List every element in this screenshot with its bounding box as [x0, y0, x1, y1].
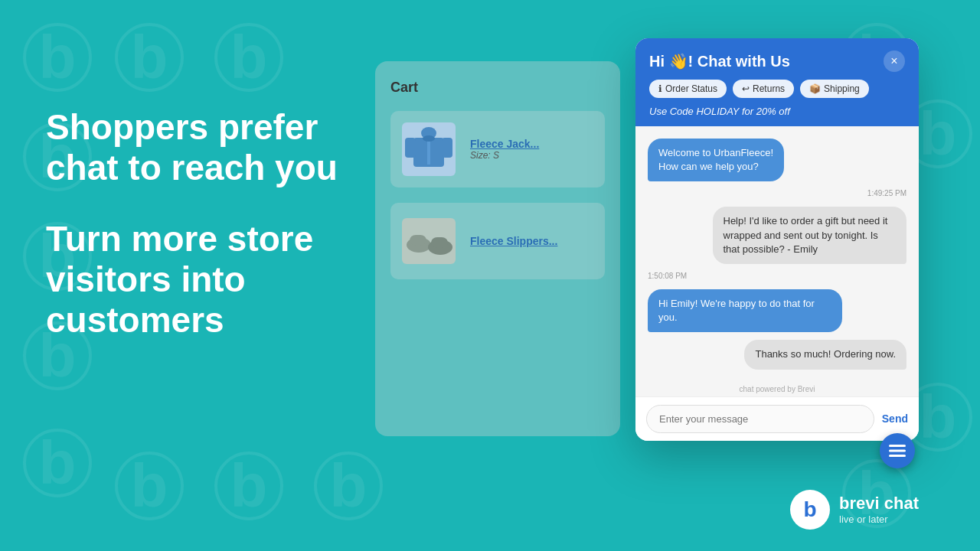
- bg-icon: b: [115, 452, 184, 520]
- bg-icon: b: [23, 429, 92, 497]
- agent-message: Hi Emily! We're happy to do that for you…: [648, 289, 842, 332]
- user-message-final: Thanks so much! Ordering now.: [744, 340, 906, 369]
- chat-nav-buttons: ℹ Order Status ↩ Returns 📦 Shipping: [649, 80, 905, 98]
- returns-label: Returns: [753, 83, 785, 94]
- message-timestamp: 1:49:25 PM: [648, 189, 906, 197]
- brevi-sub: live or later: [839, 514, 919, 525]
- chat-title: Hi 👋! Chat with Us: [649, 52, 790, 70]
- shipping-button[interactable]: 📦 Shipping: [800, 80, 869, 98]
- svg-rect-3: [427, 138, 430, 165]
- powered-by-label: chat powered by Brevi: [635, 382, 919, 396]
- svg-rect-9: [410, 235, 426, 246]
- cart-item-info: Fleece Jack... Size: S: [470, 138, 597, 161]
- left-section: Shoppers prefer chat to reach you Turn m…: [46, 107, 368, 340]
- cart-item-image: [398, 210, 459, 272]
- chat-header-top: Hi 👋! Chat with Us ×: [649, 51, 905, 72]
- chat-close-button[interactable]: ×: [884, 51, 905, 72]
- bg-icon: b: [115, 23, 184, 92]
- order-status-button[interactable]: ℹ Order Status: [649, 80, 727, 98]
- cart-item-name: Fleece Slippers...: [470, 235, 597, 247]
- brevi-logo: b brevi chat live or later: [790, 490, 919, 530]
- cart-title: Cart: [390, 80, 605, 96]
- returns-icon: ↩: [742, 83, 750, 94]
- chat-promo-text: Use Code HOLIDAY for 20% off: [649, 106, 905, 117]
- bg-icon: b: [23, 23, 92, 92]
- returns-button[interactable]: ↩ Returns: [733, 80, 794, 98]
- svg-rect-12: [889, 445, 906, 447]
- bg-icon: b: [214, 23, 283, 92]
- brevi-icon: b: [790, 490, 830, 530]
- chat-header: Hi 👋! Chat with Us × ℹ Order Status ↩ Re…: [635, 38, 919, 126]
- order-status-label: Order Status: [665, 83, 717, 94]
- cart-item-size: Size: S: [470, 150, 597, 161]
- svg-point-6: [423, 135, 435, 142]
- svg-rect-4: [405, 138, 416, 158]
- svg-rect-14: [889, 455, 906, 457]
- cart-panel: Cart Fleece Jack... Size:: [375, 61, 620, 436]
- shipping-label: Shipping: [824, 83, 860, 94]
- bot-message: Welcome to UrbanFleece!How can we help y…: [648, 139, 784, 181]
- brevi-text-block: brevi chat live or later: [839, 495, 919, 525]
- brevi-name: brevi chat: [839, 495, 919, 512]
- bg-icon: b: [214, 452, 283, 520]
- cart-item-info: Fleece Slippers...: [470, 235, 597, 247]
- info-icon: ℹ: [658, 83, 662, 94]
- send-button[interactable]: Send: [882, 412, 908, 425]
- floating-chat-button[interactable]: [880, 433, 915, 468]
- chat-widget: Hi 👋! Chat with Us × ℹ Order Status ↩ Re…: [635, 38, 919, 441]
- chat-message-input[interactable]: [646, 405, 874, 433]
- cart-item-name: Fleece Jack...: [470, 138, 597, 150]
- svg-rect-13: [889, 450, 906, 452]
- chat-input-area: Send: [635, 396, 919, 441]
- svg-rect-5: [442, 138, 452, 158]
- close-icon: ×: [890, 54, 897, 68]
- hamburger-icon: [889, 445, 906, 457]
- cart-item: Fleece Slippers...: [390, 203, 605, 279]
- chat-messages-area: Welcome to UrbanFleece!How can we help y…: [635, 126, 919, 382]
- brevi-b-letter: b: [804, 497, 817, 522]
- cart-item: Fleece Jack... Size: S: [390, 111, 605, 187]
- message-timestamp: 1:50:08 PM: [648, 272, 906, 280]
- svg-rect-11: [431, 237, 448, 248]
- user-message: Help! I'd like to order a gift but need …: [713, 207, 907, 264]
- cart-item-image: [398, 119, 459, 180]
- headline-1: Shoppers prefer chat to reach you: [46, 107, 368, 188]
- shipping-icon: 📦: [809, 83, 821, 94]
- headline-2: Turn more store visitors into customers: [46, 219, 368, 341]
- bg-icon: b: [314, 452, 383, 520]
